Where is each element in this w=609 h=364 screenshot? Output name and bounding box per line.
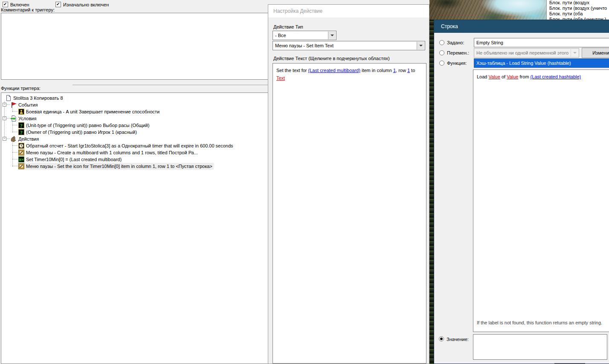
world-editor-screen: Включен Изначально включен Комментарий к… — [0, 0, 609, 364]
text-segment: Load — [477, 74, 489, 79]
enabled-checkbox[interactable] — [3, 2, 8, 7]
text-segment: Set the text for — [276, 68, 308, 73]
action-text-rich: Set the text for (Last created multiboar… — [276, 66, 423, 82]
variable-value-combo: Не объявлено ни одной переменной этого т — [474, 48, 579, 58]
tree-row-label: Set Timer10Min[0] = (Last created multib… — [26, 157, 122, 162]
preset-radio[interactable] — [439, 40, 444, 45]
variable-value: Не объявлено ни одной переменной этого т — [476, 50, 570, 55]
tree-row-label: (Unit-type of (Triggering unit)) равно В… — [26, 123, 149, 128]
param-placeholder[interactable]: Value — [507, 74, 518, 79]
enabled-label: Включен — [10, 2, 29, 7]
tree-row-label: Боевая единица - A unit Завершает примен… — [26, 109, 160, 114]
set-variable-icon: X= — [18, 156, 25, 163]
multiboard-icon — [18, 163, 25, 170]
function-radio[interactable] — [439, 61, 444, 66]
initially-on-label: Изначально включен — [63, 2, 109, 7]
tree-row-label: (Owner of (Triggering unit)) равно Игрок… — [26, 130, 137, 135]
string-dialog: Строка Задано: Empty String Перемен.: Не… — [434, 20, 609, 364]
unit-event-icon — [18, 108, 25, 115]
action-dialog-title: Настройка Действие — [273, 8, 322, 14]
param-link[interactable]: (Last created multiboard) — [308, 68, 360, 73]
dropdown-arrow-icon[interactable] — [328, 32, 336, 39]
tree-row-label: Меню паузы - Set the icon for Timer10Min… — [26, 164, 212, 169]
value-label[interactable]: Значение: — [447, 337, 469, 342]
functions-label: Функции триггера: — [1, 86, 41, 91]
dropdown-arrow-icon — [571, 49, 578, 57]
function-description-rich: Load Value of Value from (Last created h… — [477, 73, 609, 81]
function-description-box: Load Value of Value from (Last created h… — [473, 69, 609, 332]
preset-label[interactable]: Задано: — [447, 40, 464, 45]
initially-on-checkbox[interactable] — [55, 2, 61, 7]
action-type-label: Действие Тип — [273, 24, 303, 29]
svg-text:?: ? — [20, 130, 23, 136]
condition-q-icon: ? — [18, 122, 25, 129]
action-function-value: Меню паузы - Set Item Text — [275, 43, 416, 48]
string-dialog-titlebar[interactable]: Строка — [434, 20, 609, 33]
tree-row-label: Действия — [18, 136, 39, 142]
action-type-combo[interactable]: - Все — [273, 31, 336, 40]
dropdown-arrow-icon[interactable] — [417, 42, 424, 49]
variable-radio[interactable] — [439, 50, 444, 55]
action-text-label: Действие Текст (Щелкните в подчеркнутых … — [273, 56, 390, 61]
text-segment: , row — [396, 68, 407, 73]
action-dialog-titlebar[interactable]: Настройка Действие — [268, 5, 429, 17]
pathing-list-item[interactable]: Блок. пути (воздух (уничто — [547, 6, 609, 11]
pathing-list-item[interactable]: Блок. пути (воздух — [547, 0, 609, 6]
tree-row-label: Stolitsa 3 Копировать 8 — [13, 95, 63, 101]
function-note: If the label is not found, this function… — [477, 319, 605, 326]
action-function-combo[interactable]: Меню паузы - Set Item Text — [273, 41, 425, 50]
preset-value-combo[interactable]: Empty String — [474, 38, 609, 47]
document-icon — [5, 95, 12, 101]
variable-label[interactable]: Перемен.: — [447, 50, 469, 55]
tree-row-label: События — [18, 102, 38, 107]
param-link[interactable]: (Last created hashtable) — [531, 74, 581, 79]
function-value: Хэш-таблица - Load String Value (hashtab… — [476, 61, 606, 66]
tree-row-label: Обратный отсчет - Start Igr1toStolica[3]… — [26, 143, 233, 148]
condition-q-icon: ? — [18, 129, 25, 136]
function-label[interactable]: Функция: — [447, 61, 467, 66]
map-terrain-strip — [429, 20, 434, 364]
svg-text:?: ? — [20, 123, 23, 129]
text-segment: to — [410, 68, 415, 73]
action-settings-dialog: Настройка Действие Действие Тип - Все Ме… — [268, 4, 429, 364]
conditions-icon — [10, 115, 17, 122]
event-flag-icon — [10, 101, 17, 108]
timer-icon — [18, 142, 25, 149]
function-value-combo[interactable]: Хэш-таблица - Load String Value (hashtab… — [474, 58, 609, 68]
multiboard-icon — [18, 149, 25, 156]
text-segment: item in column — [360, 68, 393, 73]
string-dialog-title: Строка — [441, 23, 458, 29]
param-placeholder[interactable]: Value — [489, 74, 500, 79]
pathing-list-item[interactable]: Блок. пути (оба — [547, 11, 609, 17]
preset-value: Empty String — [476, 40, 606, 45]
tree-row-label: Меню паузы - Create a multiboard with 1 … — [26, 150, 198, 155]
text-segment: of — [500, 74, 507, 79]
value-input[interactable] — [473, 334, 607, 360]
action-text-box: Set the text for (Last created multiboar… — [273, 63, 426, 364]
tree-row-label: Условия — [18, 116, 36, 121]
value-radio[interactable] — [439, 336, 444, 341]
actions-icon — [10, 136, 17, 142]
svg-text:X=: X= — [19, 158, 23, 162]
action-type-value: - Все — [275, 33, 328, 38]
edit-variables-button[interactable]: Изменить — [582, 48, 609, 58]
text-segment: from — [518, 74, 530, 79]
param-placeholder[interactable]: Text — [276, 75, 285, 81]
comment-label: Комментарий к триггеру: — [1, 7, 55, 12]
